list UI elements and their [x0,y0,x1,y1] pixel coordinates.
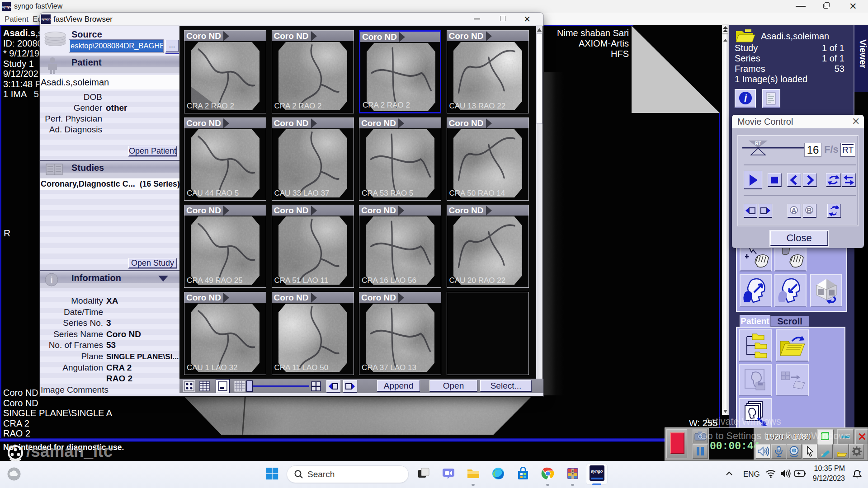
svg-text:RT: RT [755,141,761,146]
svg-text:i: i [744,93,747,104]
svg-text:z: z [859,469,861,474]
svg-text:i: i [50,275,53,285]
